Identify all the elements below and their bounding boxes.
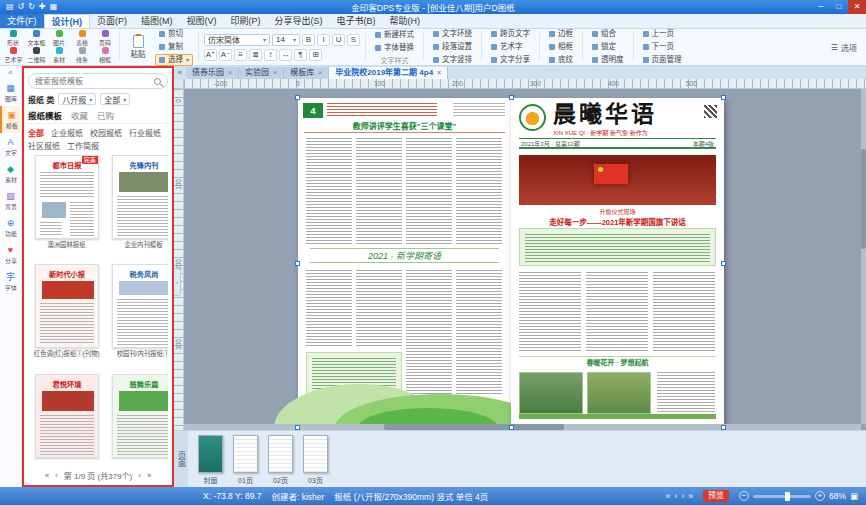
- next-page-button[interactable]: 下一页: [639, 41, 686, 53]
- menu-tab-print[interactable]: 印刷(P): [224, 14, 268, 28]
- pages-strip-tab[interactable]: 页面: [174, 431, 188, 487]
- art-text-button[interactable]: 艺术字: [487, 41, 534, 53]
- rail-item-gallery[interactable]: ▦图库: [0, 79, 22, 106]
- category-community[interactable]: 社区报纸: [28, 140, 60, 151]
- panel-collapse-handle[interactable]: ‹: [174, 268, 181, 296]
- first-page-icon[interactable]: «: [45, 471, 49, 480]
- image-button[interactable]: 图片: [48, 30, 70, 47]
- opacity-button[interactable]: 透明度: [588, 54, 628, 66]
- line-button[interactable]: 线条: [71, 47, 93, 64]
- selection-handle[interactable]: [509, 95, 514, 100]
- grid-icon[interactable]: ▦: [50, 0, 58, 14]
- italic-button[interactable]: I: [317, 34, 330, 46]
- maximize-button[interactable]: □: [830, 0, 848, 14]
- qrcode-button[interactable]: 二维码: [25, 47, 47, 64]
- template-card[interactable]: 君悦环境: [28, 374, 106, 468]
- search-input[interactable]: [35, 77, 154, 86]
- close-icon[interactable]: ×: [318, 67, 322, 79]
- menu-tab-page[interactable]: 页面(P): [90, 14, 134, 28]
- vertical-scrollbar[interactable]: [861, 89, 866, 424]
- rail-item-template[interactable]: ▣模板: [0, 106, 22, 133]
- selection-handle[interactable]: [295, 425, 300, 430]
- paste-button[interactable]: 粘贴: [125, 35, 151, 59]
- last-page-icon[interactable]: »: [688, 491, 693, 501]
- copy-button[interactable]: 复制: [155, 41, 193, 53]
- font-size-select[interactable]: 14▾: [272, 34, 300, 46]
- size-filter-dropdown[interactable]: 八开报▾: [58, 93, 96, 105]
- page-thumb-3[interactable]: 03页: [303, 435, 328, 485]
- zoom-slider-knob[interactable]: [785, 492, 790, 501]
- rail-item-font[interactable]: 字字体: [0, 268, 22, 295]
- scope-filter-dropdown[interactable]: 全部▾: [100, 93, 130, 105]
- menu-tab-design[interactable]: 设计(H): [44, 14, 91, 28]
- strikethrough-button[interactable]: S: [347, 34, 360, 46]
- category-all[interactable]: 全部: [28, 127, 44, 138]
- redo-icon[interactable]: ↻: [28, 0, 35, 14]
- font-replace-button[interactable]: 字体替换: [371, 42, 418, 54]
- vertical-text-button[interactable]: 文字竖排: [429, 54, 476, 66]
- char-spacing-button[interactable]: ↔: [279, 49, 292, 61]
- close-icon[interactable]: ×: [228, 67, 232, 79]
- tab-favorites[interactable]: 收藏: [71, 109, 88, 121]
- shading-button[interactable]: 底纹: [545, 54, 577, 66]
- font-grow-button[interactable]: A⁺: [204, 49, 217, 61]
- minimize-button[interactable]: ─: [812, 0, 830, 14]
- selection-handle[interactable]: [721, 261, 726, 266]
- material-button[interactable]: 素材: [48, 47, 70, 64]
- text-share-button[interactable]: 文字分享: [487, 54, 534, 66]
- save-icon[interactable]: ▤: [6, 0, 14, 14]
- category-campus[interactable]: 校园报纸: [90, 127, 122, 138]
- undo-icon[interactable]: ↺: [18, 0, 25, 14]
- doc-tab-3[interactable]: 模板库×: [284, 67, 329, 79]
- menu-tab-share-export[interactable]: 分享导出(S): [268, 14, 330, 28]
- page-manager-button[interactable]: 页面管理: [639, 54, 686, 66]
- selection-handle[interactable]: [721, 425, 726, 430]
- page-thumb-cover[interactable]: 封面: [198, 435, 223, 485]
- page-thumb-2[interactable]: 02页: [268, 435, 293, 485]
- template-card[interactable]: 完美 都市日报 澳洲园林报纸: [28, 155, 106, 260]
- line-spacing-button[interactable]: ↕: [264, 49, 277, 61]
- new-icon[interactable]: ✚: [39, 0, 46, 14]
- prev-page-icon[interactable]: ‹: [675, 491, 678, 501]
- template-card[interactable]: 先锋内刊 企业内刊模板: [112, 155, 169, 260]
- bold-button[interactable]: B: [302, 34, 315, 46]
- first-page-icon[interactable]: «: [666, 491, 671, 501]
- selection-handle[interactable]: [295, 95, 300, 100]
- tab-newspaper-templates[interactable]: 报纸模板: [28, 109, 62, 121]
- page-number-button[interactable]: 页码: [94, 30, 116, 47]
- select-button[interactable]: 选择▾: [155, 54, 193, 66]
- wordart-button[interactable]: 艺术字: [2, 47, 24, 64]
- frame-button[interactable]: 相框: [94, 47, 116, 64]
- newspaper-right-page[interactable]: 晨曦华语 XIN XUE QI · 新学期 新气象 新作为 2021年3月 · …: [511, 98, 724, 428]
- category-work-brief[interactable]: 工作简报: [67, 140, 99, 151]
- selection-handle[interactable]: [295, 261, 300, 266]
- menu-tab-help[interactable]: 帮助(H): [383, 14, 428, 28]
- category-enterprise[interactable]: 企业报纸: [51, 127, 83, 138]
- rail-item-function[interactable]: ⊕功能: [0, 214, 22, 241]
- doc-tab-1[interactable]: 债券乐园×: [186, 67, 239, 79]
- template-card[interactable]: 新时代小报 红色调(红)报纸①(刊物): [28, 264, 106, 369]
- newspaper-left-page[interactable]: 4 教师讲评学生喜获"三个课堂" 2021 · 新学期寄语: [298, 98, 511, 428]
- rail-item-share[interactable]: ♥分享: [0, 241, 22, 268]
- doc-tab-4-active[interactable]: 毕业院校2019年第二期 4p4×: [329, 67, 448, 79]
- close-button[interactable]: ✕: [848, 0, 866, 14]
- search-icon[interactable]: [154, 78, 161, 85]
- paragraph-button[interactable]: ¶: [294, 49, 307, 61]
- lock-button[interactable]: 锁定: [588, 41, 628, 53]
- table-button[interactable]: 表格: [71, 30, 93, 47]
- rail-item-text[interactable]: A文字: [0, 133, 22, 160]
- workspace[interactable]: 4 教师讲评学生喜获"三个课堂" 2021 · 新学期寄语: [184, 89, 866, 430]
- align-justify-button[interactable]: ≣: [249, 49, 262, 61]
- last-page-icon[interactable]: »: [147, 471, 151, 480]
- rail-item-background[interactable]: ▨背景: [0, 187, 22, 214]
- close-icon[interactable]: ×: [437, 67, 441, 79]
- group-button[interactable]: 组合: [588, 28, 628, 40]
- preview-button[interactable]: 预览: [703, 490, 729, 502]
- cross-page-text-button[interactable]: 跨页文字: [487, 28, 534, 40]
- fit-page-button[interactable]: ▣: [850, 491, 858, 501]
- options-button[interactable]: ☰ 选项: [824, 30, 864, 64]
- text-wrap-button[interactable]: 文字环绕: [429, 28, 476, 40]
- menu-tab-ebook[interactable]: 电子书(B): [330, 14, 383, 28]
- prev-page-button[interactable]: 上一页: [639, 28, 686, 40]
- shape-button[interactable]: 形状: [2, 30, 24, 47]
